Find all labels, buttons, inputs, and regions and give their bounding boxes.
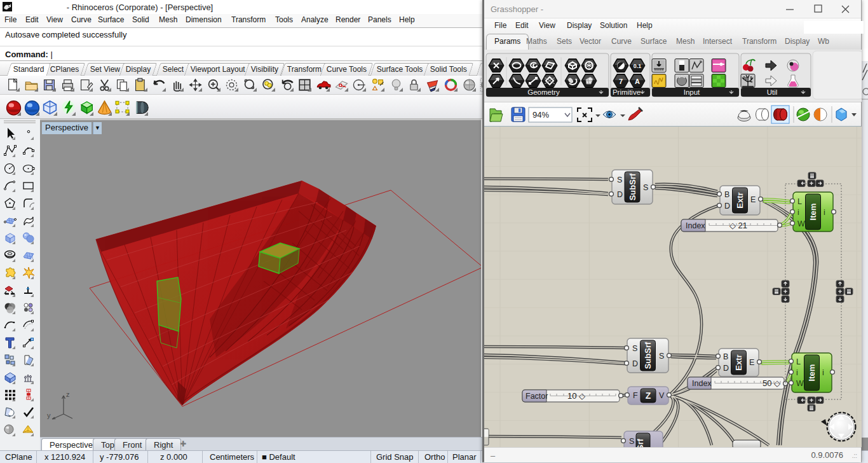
svg-text:S: S	[659, 352, 664, 361]
svg-text:A: A	[635, 78, 640, 85]
svg-text:S: S	[632, 344, 637, 353]
svg-text:Factor: Factor	[526, 392, 548, 401]
svg-text:Input: Input	[684, 88, 700, 96]
svg-text:SubSrf: SubSrf	[643, 342, 653, 369]
svg-text:S: S	[643, 183, 648, 192]
svg-text:L: L	[797, 197, 802, 206]
svg-text:0.1: 0.1	[634, 63, 642, 69]
svg-text:B: B	[723, 352, 728, 361]
svg-text:7: 7	[619, 78, 623, 85]
svg-text:94%: 94%	[532, 110, 549, 120]
svg-text:D: D	[724, 202, 730, 211]
svg-text:z: z	[66, 390, 70, 398]
svg-text:W: W	[797, 219, 805, 228]
svg-text:B: B	[724, 190, 729, 199]
svg-text:D: D	[632, 359, 638, 368]
svg-text:Index: Index	[692, 379, 712, 388]
svg-text:Srf: Srf	[635, 438, 645, 447]
svg-text:Item: Item	[807, 364, 817, 382]
svg-text:E: E	[750, 195, 756, 204]
svg-text:E: E	[749, 358, 754, 367]
svg-text:i: i	[796, 368, 798, 377]
svg-text:W: W	[796, 379, 804, 388]
svg-text:◇ 21: ◇ 21	[729, 221, 747, 230]
svg-text:i: i	[824, 208, 825, 217]
svg-text:Geometry: Geometry	[527, 88, 560, 96]
svg-text:y: y	[47, 411, 51, 419]
svg-text:SubSrf: SubSrf	[628, 173, 637, 200]
svg-text:Util: Util	[767, 88, 778, 96]
svg-text:L: L	[796, 357, 801, 366]
svg-text:Extr: Extr	[735, 192, 745, 208]
svg-text:S: S	[629, 437, 634, 446]
svg-text:Primitive: Primitive	[613, 88, 641, 96]
svg-text:Item: Item	[808, 204, 818, 221]
svg-text:F: F	[633, 391, 638, 400]
svg-text:Index: Index	[686, 221, 705, 230]
svg-text:D: D	[723, 364, 729, 373]
svg-text:i: i	[822, 368, 824, 377]
svg-text:S: S	[617, 176, 622, 184]
svg-text:V: V	[659, 391, 665, 400]
svg-text:50 ◇: 50 ◇	[763, 378, 780, 388]
svg-text:D: D	[617, 190, 623, 199]
svg-text:Z: Z	[646, 390, 651, 401]
svg-text:10 ◇: 10 ◇	[567, 391, 585, 401]
svg-text:Extr: Extr	[734, 354, 743, 370]
svg-text:i: i	[797, 208, 799, 217]
